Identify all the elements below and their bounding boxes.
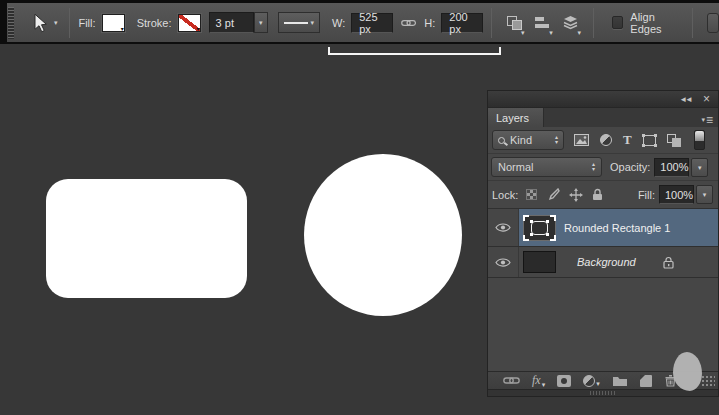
layer-row-content[interactable]: Rounded Rectangle 1 [519, 209, 718, 246]
shape-layer-filter-icon[interactable] [643, 135, 656, 146]
ellipse-shape[interactable] [304, 154, 462, 316]
layer-filter-row: Kind ▴▾ T [488, 127, 718, 154]
cursor-highlight [673, 352, 702, 391]
shape-layer-thumbnail[interactable] [523, 215, 556, 241]
caret-down-icon: ▾ [521, 29, 525, 36]
kind-filter-dropdown[interactable]: Kind ▴▾ [492, 130, 564, 150]
fill-amount-value: 100% [665, 189, 693, 201]
align-edges-label: Align Edges [630, 11, 680, 35]
combine-shapes-icon [507, 16, 522, 30]
panel-menu-button[interactable]: ▾ ≡ [701, 113, 712, 127]
updown-caret-icon: ▴▾ [592, 162, 595, 172]
add-layer-mask-icon[interactable] [557, 375, 571, 387]
new-group-folder-icon[interactable] [612, 375, 628, 387]
fill-amount-label: Fill: [638, 189, 655, 201]
eye-icon [495, 222, 511, 233]
caret-down-icon: ▾ [596, 380, 600, 387]
selection-bracket-icon [550, 235, 556, 241]
toggle-knob [695, 131, 704, 141]
toolbar-divider [69, 8, 70, 38]
path-selection-tool-button[interactable]: ▾ [28, 8, 62, 38]
options-bar: ▾ Fill: ▾ Stroke: ▾ 3 pt ▾ ▾ W: [0, 0, 719, 44]
stroke-swatch[interactable]: ▾ [178, 14, 201, 32]
stroke-width-input[interactable]: 3 pt [209, 12, 254, 33]
panel-resize-grip[interactable] [701, 375, 715, 387]
arrow-cursor-icon [32, 13, 48, 33]
layer-row-content[interactable]: Background [519, 247, 718, 277]
adjustment-layer-filter-icon[interactable] [600, 134, 612, 146]
smart-object-filter-icon[interactable] [667, 134, 681, 147]
caret-down-icon: ▾ [698, 164, 702, 171]
caret-down-icon: ▾ [310, 19, 314, 26]
width-label: W: [332, 17, 345, 29]
pixel-layer-filter-icon[interactable] [574, 134, 589, 146]
stroke-swatch-caret-icon: ▾ [197, 26, 200, 32]
fill-amount-input[interactable]: 100% [659, 185, 694, 204]
fx-icon: fx [532, 373, 541, 388]
stroke-type-dropdown[interactable]: ▾ [278, 12, 320, 33]
path-arrangement-button[interactable]: ▾ [561, 10, 581, 36]
type-layer-filter-icon[interactable]: T [623, 132, 632, 148]
lock-label: Lock: [492, 189, 518, 201]
layer-style-button[interactable]: fx ▾ [532, 373, 545, 388]
panel-tab-bar: Layers ▾ ≡ [488, 108, 718, 127]
panel-bottom-edge [488, 389, 718, 396]
selection-bracket-icon [550, 215, 556, 221]
opacity-label: Opacity: [610, 161, 650, 173]
opacity-input[interactable]: 100% [654, 158, 689, 177]
close-panel-icon[interactable]: × [703, 94, 710, 104]
blend-mode-row: Normal ▴▾ Opacity: 100% ▾ [488, 154, 718, 181]
caret-down-icon: ▾ [549, 29, 553, 36]
clipped-toolbar-button[interactable] [707, 13, 719, 33]
background-layer-thumbnail[interactable] [523, 251, 556, 273]
fill-label: Fill: [78, 17, 95, 29]
lock-pixels-brush-icon[interactable] [546, 188, 560, 201]
shape-height-input[interactable]: 200 px [441, 13, 483, 33]
collapse-panel-icon[interactable]: ◄◄ [679, 95, 693, 104]
eye-icon [495, 257, 511, 268]
stroke-width-value: 3 pt [216, 17, 234, 29]
tool-preset-caret-icon[interactable]: ▾ [54, 19, 58, 26]
path-alignment-button[interactable]: ▾ [533, 10, 553, 36]
fill-swatch-caret-icon: ▾ [121, 26, 124, 32]
stroke-width-dropdown-button[interactable]: ▾ [254, 12, 268, 33]
lock-transparency-icon[interactable] [526, 189, 537, 200]
width-measure-bracket [328, 47, 501, 55]
layer-filtering-toggle[interactable] [694, 130, 705, 150]
filter-type-icons: T [574, 132, 681, 148]
toolbar-drag-grip[interactable] [8, 7, 14, 39]
lock-position-move-icon[interactable] [569, 188, 583, 202]
panel-menu-caret-icon: ▾ [701, 116, 705, 124]
caret-down-icon: ▾ [703, 191, 707, 198]
link-layers-icon[interactable] [503, 376, 520, 385]
shape-width-value: 525 px [359, 11, 392, 35]
tab-layers[interactable]: Layers [488, 108, 544, 127]
layer-row-rounded-rectangle[interactable]: Rounded Rectangle 1 [488, 209, 718, 247]
options-bar-inner: ▾ Fill: ▾ Stroke: ▾ 3 pt ▾ ▾ W: [7, 3, 719, 42]
updown-caret-icon: ▴▾ [555, 135, 558, 145]
align-edges-checkbox[interactable] [612, 16, 623, 29]
visibility-cell[interactable] [488, 209, 519, 246]
opacity-dropdown-button[interactable]: ▾ [691, 158, 708, 177]
new-adjustment-layer-button[interactable]: ▾ [583, 375, 600, 387]
lock-all-icon[interactable] [592, 188, 603, 201]
panel-height-drag-handle[interactable] [590, 391, 616, 395]
new-layer-icon[interactable] [640, 375, 652, 387]
fill-swatch[interactable]: ▾ [102, 14, 125, 32]
blend-mode-value: Normal [498, 161, 533, 173]
shape-height-value: 200 px [449, 11, 482, 35]
link-dimensions-icon[interactable] [401, 18, 416, 28]
layer-name[interactable]: Background [577, 256, 636, 268]
caret-down-icon: ▾ [259, 19, 263, 26]
rounded-rectangle-shape[interactable] [46, 179, 247, 298]
opacity-value: 100% [660, 161, 688, 173]
search-icon [498, 137, 505, 144]
fill-dropdown-button[interactable]: ▾ [696, 185, 713, 204]
layer-row-background[interactable]: Background [488, 247, 718, 278]
align-icon [535, 16, 550, 29]
path-operations-button[interactable]: ▾ [504, 10, 524, 36]
layer-name[interactable]: Rounded Rectangle 1 [564, 222, 670, 234]
blend-mode-dropdown[interactable]: Normal ▴▾ [491, 157, 602, 177]
shape-width-input[interactable]: 525 px [351, 13, 393, 33]
visibility-cell[interactable] [488, 247, 519, 277]
